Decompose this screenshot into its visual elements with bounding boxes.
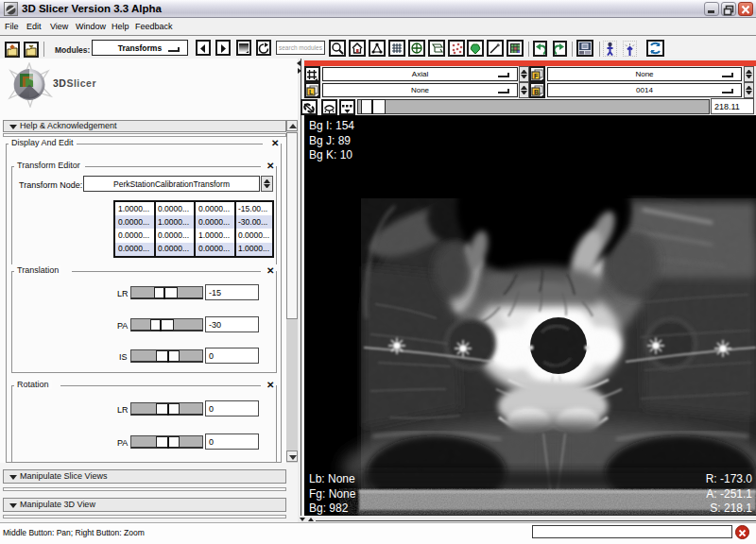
svg-text:L: L (309, 89, 314, 95)
svg-text:B: B (534, 89, 539, 95)
svg-text:F: F (534, 73, 539, 79)
